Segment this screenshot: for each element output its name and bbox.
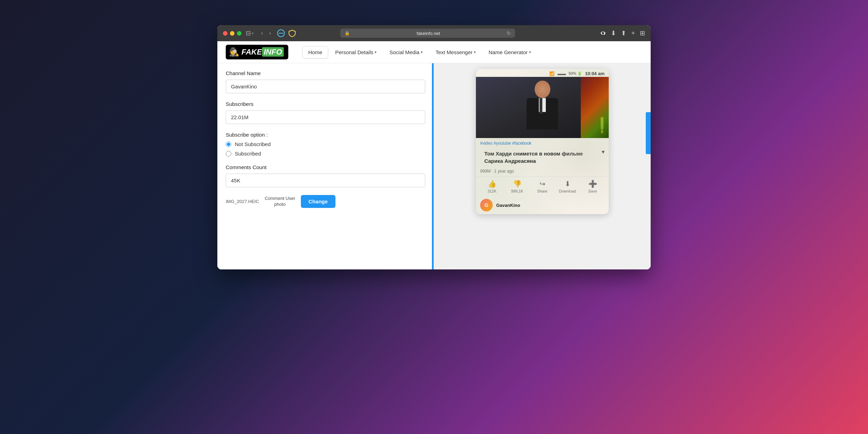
not-subscribed-radio[interactable]: [226, 142, 231, 147]
like-icon: 👍: [488, 180, 497, 188]
reload-button[interactable]: ↻: [507, 30, 511, 36]
personal-details-caret: ▾: [375, 50, 377, 55]
website-content: 🕵️ FAKEINFO Home Personal Details ▾ Soci…: [217, 41, 651, 269]
right-panel: 📶 ▬▬ 50% 🔋 10:04 am: [434, 63, 651, 269]
tie: [540, 98, 542, 114]
nav-item-social-media[interactable]: Social Media ▾: [384, 46, 428, 58]
comments-count-input[interactable]: [226, 174, 425, 187]
colored-wall: [581, 77, 609, 138]
lock-icon: 🔒: [345, 31, 350, 36]
subscribed-label: Subscribed: [235, 151, 261, 157]
text-messenger-caret: ▾: [474, 50, 476, 55]
shield-icon[interactable]: [288, 29, 296, 37]
hashtag-youtube: #youtube: [494, 141, 511, 146]
nav-item-home[interactable]: Home: [302, 46, 328, 58]
subscribed-option[interactable]: Subscribed: [226, 151, 425, 157]
nav-item-personal-details[interactable]: Personal Details ▾: [330, 46, 382, 58]
nav-bar: 🕵️ FAKEINFO Home Personal Details ▾ Soci…: [217, 41, 651, 63]
title-dropdown-arrow[interactable]: ▾: [602, 149, 605, 155]
share-button[interactable]: ⬆: [621, 29, 626, 37]
signal-icon: ▬▬: [557, 71, 566, 76]
channel-name-group: Channel Name: [226, 70, 425, 93]
phone-mockup: 📶 ▬▬ 50% 🔋 10:04 am: [476, 69, 609, 214]
subscribe-option-group: Subscribe option : Not Subscribed Subscr…: [226, 132, 425, 157]
blue-strip: [646, 112, 651, 154]
blocker-icon[interactable]: [277, 29, 285, 37]
close-button[interactable]: [223, 31, 227, 36]
nav-controls: ‹ ›: [259, 29, 273, 37]
battery-indicator: 50% 🔋: [569, 71, 582, 76]
subscribers-input[interactable]: [226, 110, 425, 124]
subscribers-group: Subscribers: [226, 101, 425, 124]
share-label: Share: [537, 189, 547, 193]
not-subscribed-label: Not Subscribed: [235, 141, 271, 147]
not-subscribed-option[interactable]: Not Subscribed: [226, 141, 425, 147]
subscribe-radio-group: Not Subscribed Subscribed: [226, 141, 425, 157]
fullscreen-button[interactable]: [237, 31, 241, 36]
file-name: IMG_2027.HEIC: [226, 199, 259, 204]
like-count: 312K: [487, 189, 497, 193]
video-age: 1 year ago: [494, 169, 514, 174]
dislike-button[interactable]: 👎 999,1K: [505, 180, 529, 193]
channel-row: G GavanKino: [476, 196, 609, 214]
comments-count-label: Comments Count: [226, 164, 425, 170]
comments-count-group: Comments Count: [226, 164, 425, 187]
hashtag-video: #video: [480, 141, 492, 146]
video-stats: 999M · 1 year ago: [476, 167, 609, 175]
save-icon: ➕: [588, 180, 597, 188]
tab-grid-button[interactable]: ⊞: [640, 29, 645, 37]
dislike-icon: 👎: [513, 180, 522, 188]
browser-actions: 👁️‍🗨️ ⬇ ⬆ + ⊞: [600, 29, 645, 37]
url-bar[interactable]: 🔒 fakeinfo.net ↻: [340, 29, 515, 38]
sidebar-toggle-button[interactable]: ⊟ ▾: [246, 29, 254, 37]
channel-name-preview: GavanKino: [496, 203, 520, 208]
comment-user-photo-label: Comment Userphoto: [265, 196, 295, 208]
video-image: [476, 77, 609, 138]
video-title: Том Харди снимется в новом фильме Сарика…: [480, 149, 602, 166]
channel-avatar: G: [480, 199, 493, 211]
download-icon: ⬇: [565, 180, 571, 188]
download-label: Download: [559, 189, 576, 193]
traffic-lights: [223, 31, 241, 36]
nav-item-text-messenger[interactable]: Text Messenger ▾: [430, 46, 482, 58]
status-bar: 📶 ▬▬ 50% 🔋 10:04 am: [476, 69, 609, 77]
browser-chrome: ⊟ ▾ ‹ ›: [217, 25, 651, 41]
subscribed-radio[interactable]: [226, 151, 231, 157]
minimize-button[interactable]: [230, 31, 234, 36]
change-button[interactable]: Change: [301, 195, 335, 208]
share-button[interactable]: ↪ Share: [530, 180, 554, 193]
view-count: 999M: [480, 169, 491, 174]
logo[interactable]: 🕵️ FAKEINFO: [226, 45, 288, 59]
action-bar: 👍 312K 👎 999,1K ↪ Share ⬇: [476, 176, 609, 196]
name-generator-caret: ▾: [529, 50, 531, 55]
head: [535, 80, 550, 98]
download-manager-button[interactable]: ⬇: [611, 29, 616, 37]
hashtags: #video #youtube #facebook: [476, 138, 609, 147]
hashtag-facebook: #facebook: [512, 141, 531, 146]
status-time: 10:04 am: [585, 71, 605, 76]
browser-window: ⊟ ▾ ‹ ›: [217, 25, 651, 269]
forward-button[interactable]: ›: [267, 29, 273, 37]
suit-body: [527, 98, 558, 129]
extension-icons: [277, 29, 296, 37]
share-icon: ↪: [540, 180, 545, 188]
download-button[interactable]: ⬇ Download: [556, 180, 579, 193]
channel-name-input[interactable]: [226, 80, 425, 93]
save-button[interactable]: ➕ Save: [581, 180, 605, 193]
logo-fake-text: FAKE: [241, 48, 262, 56]
comment-user-photo-group: IMG_2027.HEIC Comment Userphoto Change: [226, 195, 425, 208]
video-title-container: Том Харди снимется в новом фильме Сарика…: [476, 147, 609, 167]
video-thumbnail[interactable]: [476, 77, 609, 138]
left-panel: Channel Name Subscribers Subscribe optio…: [217, 63, 434, 269]
dislike-count: 999,1K: [511, 189, 523, 193]
like-button[interactable]: 👍 312K: [480, 180, 504, 193]
panel-blue-bar: [432, 63, 434, 269]
subscribers-label: Subscribers: [226, 101, 425, 107]
logo-info-text: INFO: [262, 47, 284, 57]
nav-item-name-generator[interactable]: Name Generator ▾: [483, 46, 537, 58]
back-button[interactable]: ‹: [259, 29, 265, 37]
new-tab-button[interactable]: +: [631, 30, 635, 37]
url-text: fakeinfo.net: [353, 31, 504, 36]
wifi-icon: 📶: [549, 71, 555, 76]
person-figure: [521, 80, 563, 135]
